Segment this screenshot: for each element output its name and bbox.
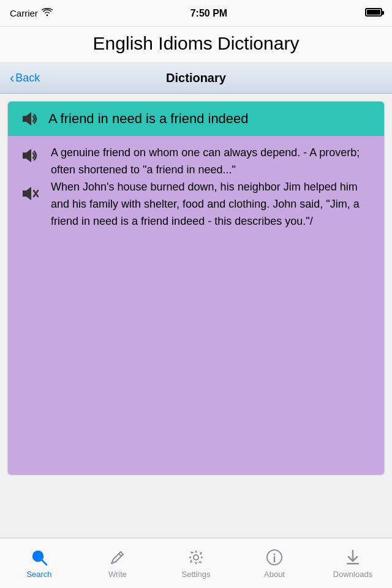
back-button[interactable]: ‹ Back — [10, 72, 40, 85]
downloads-tab-label: Downloads — [333, 570, 372, 579]
time-label: 7:50 PM — [190, 8, 227, 19]
settings-tab-label: Settings — [182, 570, 211, 579]
tab-settings[interactable]: Settings — [157, 538, 235, 588]
speaker-icon-title[interactable] — [18, 110, 40, 127]
idiom-icons-col — [18, 145, 42, 202]
idiom-body-text: A genuine friend on whom one can always … — [51, 145, 374, 230]
idiom-title-row: A friend in need is a friend indeed — [8, 102, 384, 136]
svg-point-9 — [194, 555, 198, 560]
svg-line-6 — [42, 560, 47, 565]
svg-line-7 — [119, 554, 121, 556]
write-tab-icon — [108, 548, 127, 567]
downloads-tab-icon — [343, 548, 363, 567]
write-tab-label: Write — [108, 570, 127, 579]
content-area: A friend in need is a friend indeed — [0, 94, 392, 532]
svg-marker-0 — [23, 112, 31, 126]
carrier-label: Carrier — [10, 8, 53, 18]
search-tab-label: Search — [26, 570, 51, 579]
nav-bar: ‹ Back Dictionary — [0, 63, 392, 94]
tab-downloads[interactable]: Downloads — [314, 538, 392, 588]
svg-rect-13 — [347, 563, 359, 565]
svg-marker-1 — [23, 149, 31, 162]
tab-bar: Search Write — [0, 538, 392, 588]
back-label: Back — [15, 72, 40, 85]
about-tab-label: About — [264, 570, 285, 579]
idiom-card: A friend in need is a friend indeed — [7, 101, 385, 475]
search-tab-icon — [29, 548, 49, 567]
tab-about[interactable]: About — [235, 538, 314, 588]
about-tab-icon — [265, 548, 284, 567]
status-bar: Carrier 7:50 PM — [0, 0, 392, 27]
idiom-body: A genuine friend on whom one can always … — [8, 136, 384, 475]
idiom-title-text: A friend in need is a friend indeed — [48, 111, 249, 127]
svg-point-11 — [274, 554, 276, 556]
speaker-icon-body[interactable] — [18, 147, 40, 164]
tab-search[interactable]: Search — [0, 538, 78, 588]
app-title-bar: English Idioms Dictionary — [0, 27, 392, 63]
back-chevron-icon: ‹ — [10, 72, 14, 85]
nav-title: Dictionary — [166, 71, 226, 85]
battery-icon — [365, 8, 382, 19]
app-title: English Idioms Dictionary — [0, 33, 392, 54]
tab-write[interactable]: Write — [78, 538, 157, 588]
wifi-icon — [42, 8, 53, 18]
mute-icon[interactable] — [18, 185, 40, 202]
svg-marker-2 — [23, 187, 31, 200]
settings-tab-icon — [186, 548, 206, 567]
